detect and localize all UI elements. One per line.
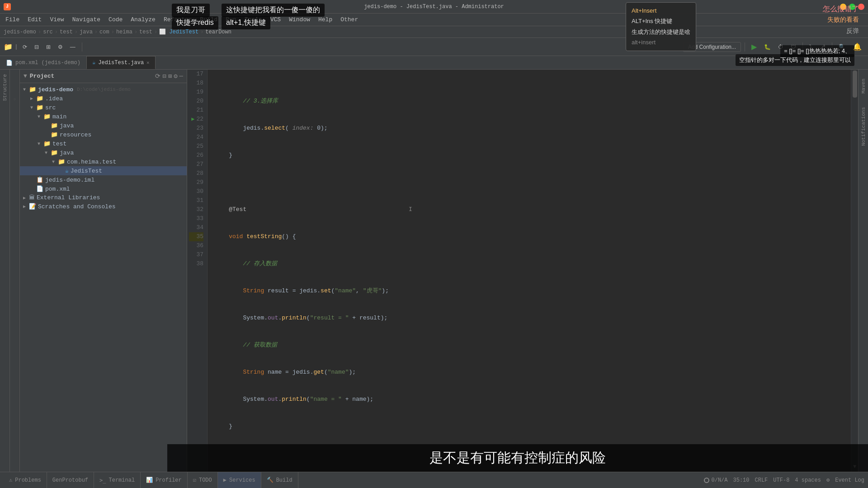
status-tab-todo[interactable]: ☑ TODO	[188, 472, 218, 488]
notifications-button[interactable]: 🔔	[850, 41, 864, 52]
git-button[interactable]: ⎇	[816, 42, 828, 52]
close-button[interactable]	[858, 4, 864, 10]
breadcrumb-test[interactable]: test	[60, 29, 73, 35]
menu-code[interactable]: Code	[105, 15, 126, 24]
project-icon: 📁	[4, 42, 13, 52]
scrollbar[interactable]: ▼	[851, 70, 858, 472]
title-bar-left: J	[4, 3, 219, 10]
tree-item-main-java[interactable]: 📁 java	[20, 121, 187, 130]
menu-analyze[interactable]: Analyze	[127, 15, 159, 24]
breadcrumb-test2[interactable]: test	[139, 29, 152, 35]
favorites-label[interactable]: ☆	[12, 97, 18, 103]
code-container[interactable]: 17 18 19 20 21 ▶22 23 24 25 26 27 28 29 …	[187, 70, 858, 472]
tree-label-com-heima: com.heima.test	[67, 159, 116, 165]
tree-item-iml[interactable]: 📋 jedis-demo.iml	[20, 175, 187, 184]
library-icon: 🏛	[29, 194, 35, 201]
breadcrumb-com[interactable]: com	[99, 29, 109, 35]
panel-header-actions: ⟳ ⊟ ⊞ ⚙ —	[155, 72, 183, 80]
menu-help[interactable]: Help	[315, 15, 336, 24]
status-tab-services[interactable]: ▶ Services	[218, 472, 261, 488]
toolbar-expand[interactable]: ⊞	[43, 42, 53, 52]
minimize-button[interactable]	[840, 4, 846, 10]
tab-pom[interactable]: 📄 pom.xml (jedis-demo)	[0, 56, 86, 69]
menu-edit[interactable]: Edit	[24, 15, 45, 24]
status-tab-build[interactable]: 🔨 Build	[261, 472, 298, 488]
menu-build[interactable]: Build	[196, 15, 221, 24]
breadcrumb-src[interactable]: src	[43, 29, 53, 35]
structure-label[interactable]: Structure	[2, 74, 8, 101]
toolbar-sync[interactable]: ⟳	[20, 42, 30, 52]
tree-item-com-heima[interactable]: ▼ 📁 com.heima.test	[20, 157, 187, 166]
menu-navigate[interactable]: Navigate	[69, 15, 104, 24]
toolbar-minimize[interactable]: —	[67, 42, 78, 52]
breadcrumb-jedistest[interactable]: ⬜ JedisTest	[159, 28, 198, 35]
code-editor[interactable]: // 3.选择库 jedis.select( index: 0); } @Tes…	[208, 70, 858, 472]
settings-icon[interactable]: ⚙	[826, 477, 830, 483]
tree-item-test[interactable]: ▼ 📁 test	[20, 139, 187, 148]
app-icon: J	[4, 3, 11, 10]
maven-label[interactable]: Maven	[861, 79, 866, 94]
search-button[interactable]: 🔍	[836, 42, 848, 52]
tree-item-src[interactable]: ▼ 📁 src	[20, 103, 187, 112]
menu-file[interactable]: File	[2, 15, 23, 24]
tree-item-pom[interactable]: 📄 pom.xml	[20, 184, 187, 193]
code-line-25: System.out.println("result = " + result)…	[215, 314, 851, 323]
panel-btn-collapse[interactable]: ⊟	[162, 72, 166, 80]
tree-item-ext-libs[interactable]: ▶ 🏛 External Libraries	[20, 193, 187, 202]
panel-btn-settings[interactable]: ⚙	[174, 72, 177, 80]
line-34: 34	[189, 223, 203, 232]
menu-run[interactable]: Run	[222, 15, 240, 24]
status-tab-problems[interactable]: ⚠ Problems	[4, 472, 47, 488]
toolbar-collapse[interactable]: ⊟	[32, 42, 42, 52]
scroll-thumb[interactable]	[853, 70, 857, 98]
run-button[interactable]: ▶	[749, 41, 760, 52]
terminal-label: Terminal	[109, 477, 135, 483]
todo-icon: ☑	[193, 477, 196, 483]
tree-item-main[interactable]: ▼ 📁 main	[20, 112, 187, 121]
tree-label-test-java: java	[60, 150, 74, 156]
scroll-to-bottom[interactable]: ▼	[851, 464, 858, 470]
debug-button[interactable]: 🐛	[761, 42, 774, 52]
tab-jedistest[interactable]: ☕ JedisTest.java ✕	[86, 56, 156, 69]
coverage-button[interactable]: 🛡	[788, 42, 799, 52]
tree-item-jedistest[interactable]: ☕ JedisTest	[20, 166, 187, 175]
tree-item-test-java[interactable]: ▼ 📁 java	[20, 148, 187, 157]
panel-btn-expand[interactable]: ⊞	[168, 72, 172, 80]
problems-label: Problems	[15, 477, 41, 483]
breadcrumb-heima[interactable]: heima	[116, 29, 132, 35]
breadcrumb-project[interactable]: jedis-demo	[4, 29, 36, 35]
tree-item-scratches[interactable]: ▶ 📝 Scratches and Consoles	[20, 202, 187, 211]
breadcrumb-java[interactable]: java	[80, 29, 93, 35]
menu-other[interactable]: Other	[337, 15, 362, 24]
tree-item-idea[interactable]: ▶ 📁 .idea	[20, 94, 187, 103]
tree-item-root[interactable]: ▼ 📁 jedis-demo D:\code\jedis-demo	[20, 85, 187, 94]
add-configuration-button[interactable]: Add Configuration...	[683, 42, 741, 52]
panel-btn-sync[interactable]: ⟳	[155, 72, 160, 80]
tree-item-resources[interactable]: 📁 resources	[20, 130, 187, 139]
status-tab-terminal[interactable]: >_ Terminal	[94, 472, 141, 488]
profile-button[interactable]: ⏱	[775, 42, 786, 52]
panel-btn-close[interactable]: —	[179, 72, 183, 80]
tab-close-icon[interactable]: ✕	[146, 60, 150, 66]
title-bar: J jedis-demo - JedisTest.java - Administ…	[0, 0, 868, 14]
line-27: 27	[189, 160, 203, 169]
toolbar-separator	[82, 42, 82, 52]
tab-jedistest-label: JedisTest.java	[98, 60, 144, 66]
menu-vcs[interactable]: VCS	[267, 15, 284, 24]
menu-window[interactable]: Window	[285, 15, 314, 24]
toolbar-settings[interactable]: ⚙	[55, 42, 66, 52]
line-26: 26	[189, 151, 203, 160]
xml-icon: 📄	[36, 185, 43, 192]
event-log-label[interactable]: Event Log	[835, 477, 864, 483]
step-over[interactable]: ⤵	[807, 42, 815, 52]
status-tab-profiler[interactable]: 📊 Profiler	[141, 472, 188, 488]
menu-view[interactable]: View	[46, 15, 67, 24]
notifications-label[interactable]: Notifications	[861, 107, 866, 146]
maximize-button[interactable]	[849, 4, 855, 10]
breadcrumb-teardown[interactable]: tearDown	[205, 29, 231, 35]
tree-label-main-java: java	[60, 122, 74, 129]
code-line-18: jedis.select( index: 0);	[215, 124, 851, 133]
menu-refactor[interactable]: Refactor	[160, 15, 195, 24]
menu-tools[interactable]: Tools	[241, 15, 266, 24]
status-tab-genprotobuf[interactable]: GenProtobuf	[47, 472, 94, 488]
